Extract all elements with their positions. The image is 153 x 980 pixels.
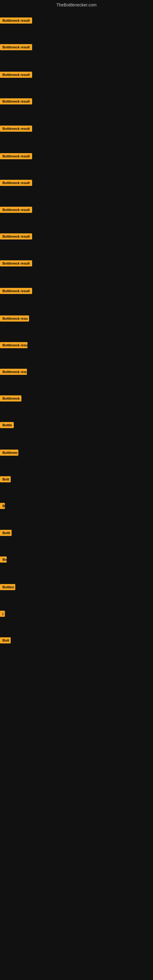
bottleneck-item: Bottlen xyxy=(0,584,15,591)
bottleneck-badge: Bo xyxy=(0,557,7,563)
bottleneck-item: Bottle xyxy=(0,422,14,430)
bottleneck-badge: Bottleneck result xyxy=(0,126,32,132)
bottleneck-item: Bo xyxy=(0,557,7,564)
bottleneck-item: Bottleneck resu xyxy=(0,315,29,323)
bottleneck-item: Bottleneck result xyxy=(0,98,32,106)
bottleneck-badge: Bottleneck result xyxy=(0,288,32,294)
bottleneck-badge: Bott xyxy=(0,637,11,643)
bottleneck-badge: Bottle xyxy=(0,422,14,428)
bottleneck-item: Bottleneck result xyxy=(0,126,32,133)
bottleneck-item: Bottleneck result xyxy=(0,207,32,214)
bottleneck-badge: Bottlen xyxy=(0,584,15,590)
bottleneck-item: Bottleneck result xyxy=(0,72,32,79)
bottleneck-item: Bottl xyxy=(0,530,12,537)
bottleneck-item: Bott xyxy=(0,637,11,645)
bottleneck-badge: Bottleneck result xyxy=(0,18,32,24)
bottleneck-badge: Bottleneck result xyxy=(0,98,32,105)
bottleneck-badge: Bottlenec xyxy=(0,450,18,456)
bottleneck-badge: Bottleneck result xyxy=(0,44,32,50)
bottleneck-badge: Bottleneck xyxy=(0,395,21,401)
bottleneck-item: Bottleneck xyxy=(0,395,21,403)
bottleneck-item: Bottleneck result xyxy=(0,18,32,25)
bottleneck-badge: Bottleneck result xyxy=(0,207,32,213)
page-wrapper: TheBottlenecker.com xyxy=(0,0,153,11)
bottleneck-badge: Bottleneck result xyxy=(0,153,32,159)
bottleneck-item: Bottleneck result xyxy=(0,44,32,51)
bottleneck-item: Bottleneck result xyxy=(0,233,32,241)
bottleneck-badge: B xyxy=(0,503,5,509)
bottleneck-badge: Bottl xyxy=(0,530,12,536)
bottleneck-badge: Bottleneck result xyxy=(0,180,32,186)
bottleneck-item: Bottleneck resu xyxy=(0,369,27,376)
bottleneck-item: Bottleneck result xyxy=(0,180,32,187)
bottleneck-badge: Bottleneck result xyxy=(0,260,32,266)
bottleneck-item: Bottleneck result xyxy=(0,260,32,268)
bottleneck-item: Bottleneck result xyxy=(0,288,32,295)
bottleneck-item: Bott xyxy=(0,476,11,484)
bottleneck-badge: Bott xyxy=(0,476,11,482)
bottleneck-badge: Bottleneck resu xyxy=(0,369,27,375)
bottleneck-item: Bottleneck result xyxy=(0,153,32,161)
bottleneck-badge: Bottleneck result xyxy=(0,72,32,78)
bottleneck-item: | xyxy=(0,611,5,618)
bottleneck-badge: Bottleneck resu xyxy=(0,342,27,348)
bottleneck-badge: | xyxy=(0,611,5,617)
bottleneck-badge: Bottleneck resu xyxy=(0,315,29,321)
bottleneck-badge: Bottleneck result xyxy=(0,233,32,240)
site-title: TheBottlenecker.com xyxy=(0,0,153,11)
bottleneck-item: Bottleneck resu xyxy=(0,342,27,350)
bottleneck-item: Bottlenec xyxy=(0,450,18,457)
bottleneck-item: B xyxy=(0,503,5,510)
